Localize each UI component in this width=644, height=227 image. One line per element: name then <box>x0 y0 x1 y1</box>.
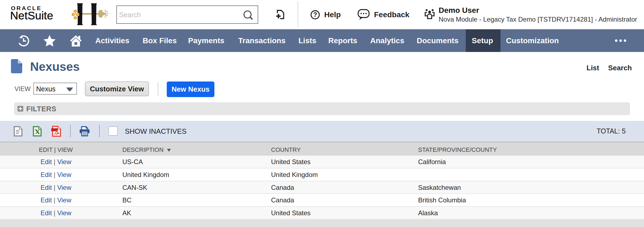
svg-text:?: ? <box>313 11 317 18</box>
